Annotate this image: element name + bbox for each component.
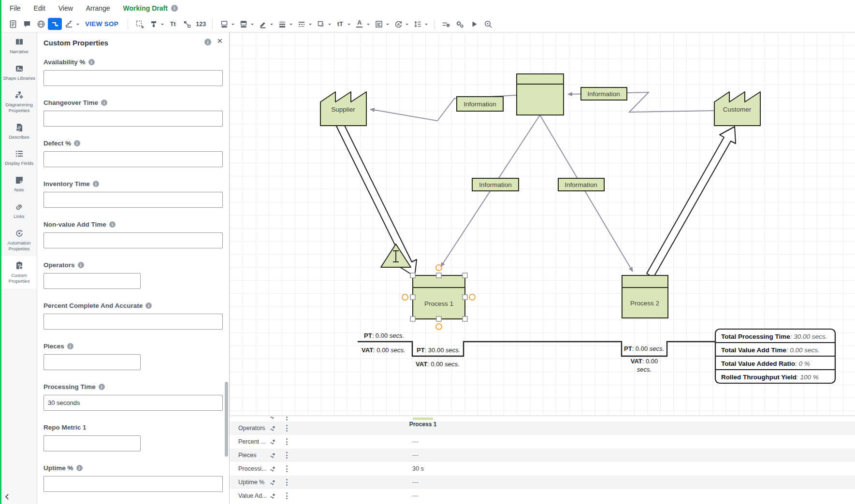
row-label[interactable]: Value Ad... (238, 492, 267, 499)
connection-points-icon[interactable] (180, 18, 194, 30)
line-weight-icon[interactable] (275, 18, 289, 30)
pieces-input[interactable] (43, 354, 141, 370)
sidebar-item-note[interactable]: Note (1, 171, 37, 197)
format-painter-icon[interactable] (146, 18, 160, 30)
percent-complete-input[interactable] (43, 314, 223, 330)
menu-view[interactable]: View (58, 4, 73, 12)
info-icon[interactable] (171, 5, 178, 12)
text-style-icon[interactable]: Tt (166, 18, 180, 30)
sidebar-item-describes[interactable]: Describes (1, 118, 37, 144)
breakdown-icon[interactable] (270, 425, 276, 433)
info-icon[interactable] (74, 140, 80, 146)
shadow-icon[interactable] (314, 18, 328, 30)
operators-input[interactable] (43, 273, 141, 289)
chevron-down-icon[interactable] (425, 24, 428, 27)
chevron-down-icon[interactable] (367, 24, 370, 27)
row-label[interactable]: Pieces (238, 452, 257, 459)
row-label[interactable]: Processi... (238, 465, 266, 472)
cell-value[interactable]: --- (412, 452, 419, 459)
sidebar-item-diagramming-properties[interactable]: Diagramming Properties (1, 86, 37, 118)
panel-info-icon[interactable] (204, 39, 211, 45)
info-icon[interactable] (67, 343, 73, 349)
sidebar-item-automation-properties[interactable]: Automation Properties (1, 224, 37, 256)
shipment-arrow-process2-to-customer[interactable] (647, 127, 736, 277)
chevron-down-icon[interactable] (251, 24, 254, 27)
chevron-down-icon[interactable] (348, 24, 350, 27)
uptime-input[interactable] (43, 476, 223, 492)
kebab-menu-icon[interactable] (286, 479, 288, 487)
cell-value[interactable]: --- (412, 492, 419, 499)
breakdown-icon[interactable] (270, 479, 276, 487)
chevron-down-icon[interactable] (406, 24, 408, 27)
working-draft-menu[interactable]: Working Draft (123, 4, 168, 12)
row-label[interactable]: Percent ... (238, 438, 266, 445)
sidebar-item-narrative[interactable]: Narrative (1, 32, 37, 59)
document-icon[interactable] (6, 18, 20, 30)
changeover-time-input[interactable] (43, 111, 223, 127)
rotate-text-icon[interactable]: A (391, 18, 405, 30)
info-icon[interactable] (88, 59, 95, 65)
header-fill-icon[interactable] (236, 18, 250, 30)
data-overlay-icon[interactable] (439, 18, 453, 30)
font-color-icon[interactable]: A (352, 18, 366, 30)
text-align-icon[interactable] (372, 18, 386, 30)
availability-input[interactable] (43, 70, 223, 86)
chart-tool-icon[interactable] (62, 18, 76, 30)
breakdown-icon[interactable] (270, 452, 276, 460)
comment-icon[interactable] (20, 18, 34, 30)
menu-arrange[interactable]: Arrange (86, 4, 110, 12)
numbers-icon[interactable]: 123 (194, 18, 208, 30)
chevron-down-icon[interactable] (328, 24, 331, 27)
breakdown-icon[interactable] (270, 439, 276, 446)
information-box-1[interactable]: Information (457, 97, 503, 111)
shipment-arrow-supplier-to-process1[interactable] (336, 123, 417, 276)
cell-value[interactable]: --- (412, 438, 419, 445)
globe-icon[interactable] (34, 18, 48, 30)
inventory-time-input[interactable] (43, 192, 223, 208)
kebab-menu-icon[interactable] (286, 492, 288, 501)
repo-metric-1-input[interactable] (43, 435, 141, 451)
chevron-down-icon[interactable] (309, 24, 312, 27)
connector-tool-icon[interactable] (48, 18, 62, 30)
process-2-shape[interactable]: Process 2 (622, 275, 668, 318)
chevron-down-icon[interactable] (270, 24, 273, 27)
info-icon[interactable] (145, 302, 152, 309)
customer-shape[interactable]: Customer (714, 92, 760, 126)
row-label[interactable]: Operators (238, 425, 265, 432)
chevron-down-icon[interactable] (386, 24, 389, 27)
panel-scrollbar-thumb[interactable] (225, 382, 228, 457)
view-sop-button[interactable]: VIEW SOP (85, 20, 118, 28)
line-style-icon[interactable] (294, 18, 308, 30)
chevron-down-icon[interactable] (76, 24, 79, 27)
kebab-menu-icon[interactable] (286, 465, 288, 474)
sidebar-item-links[interactable]: Links (1, 197, 37, 224)
breakdown-icon[interactable] (270, 493, 276, 501)
cell-value[interactable]: 30 s (412, 465, 424, 472)
production-control-shape[interactable] (517, 74, 564, 115)
breakdown-icon[interactable] (270, 416, 276, 421)
non-value-add-time-input[interactable] (43, 232, 223, 248)
information-box-2[interactable]: Information (581, 87, 627, 100)
process-1-shape[interactable]: Process 1 (413, 275, 465, 319)
zoom-area-icon[interactable] (481, 18, 495, 30)
automation-gears-icon[interactable] (453, 18, 467, 30)
menu-edit[interactable]: Edit (34, 4, 45, 12)
kebab-menu-icon[interactable] (286, 425, 288, 433)
line-spacing-icon[interactable] (410, 18, 424, 30)
fill-color-icon[interactable] (217, 18, 231, 30)
kebab-menu-icon[interactable] (286, 416, 288, 421)
close-icon[interactable]: ✕ (217, 37, 223, 45)
chevron-down-icon[interactable] (161, 24, 164, 27)
diagram-canvas[interactable]: Supplier Customer Information Informatio… (230, 32, 855, 416)
sidebar-item-custom-properties[interactable]: Custom Properties (1, 256, 37, 288)
sidebar-item-display-fields[interactable]: Display Fields (1, 144, 37, 171)
information-box-4[interactable]: Information (558, 178, 604, 191)
play-icon[interactable] (467, 18, 481, 30)
connector-control-to-process2[interactable] (540, 115, 633, 272)
info-icon[interactable] (109, 221, 116, 228)
multi-select-icon[interactable] (132, 18, 146, 30)
collapse-panel-chevron[interactable] (4, 493, 11, 503)
chevron-down-icon[interactable] (290, 24, 292, 27)
cell-value[interactable]: --- (412, 479, 419, 486)
processing-time-input[interactable] (43, 395, 223, 411)
